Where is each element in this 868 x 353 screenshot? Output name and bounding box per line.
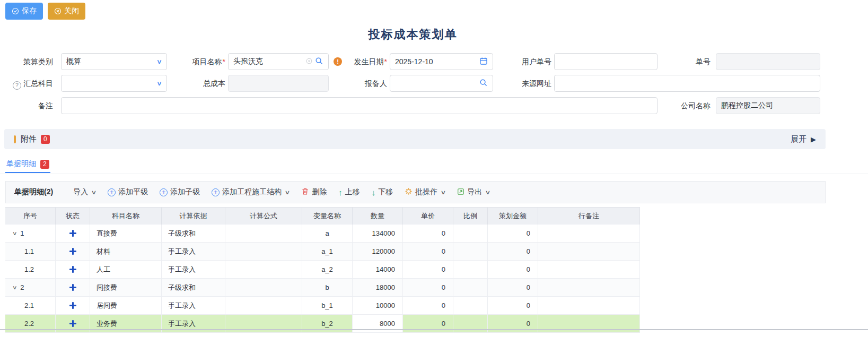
occur-date-input[interactable]: 2025-12-10 [390,53,493,70]
cell-status[interactable] [56,243,90,260]
table-row-2.1[interactable]: 2.1居间费手工录入b_11000000 [5,297,640,315]
cell-status[interactable] [56,279,90,296]
cell-row_note[interactable] [538,261,640,278]
cell-quantity[interactable]: 10000 [353,297,403,314]
cell-quantity[interactable]: 14000 [353,261,403,278]
calendar-icon[interactable] [479,57,488,67]
project-name-input[interactable]: 头孢沃克 [228,53,329,70]
cell-status[interactable] [56,297,90,314]
cell-ratio[interactable] [453,225,488,242]
cell-basis[interactable]: 手工录入 [162,243,225,260]
table-row-1.1[interactable]: 1.1材料手工录入a_112000000 [5,243,640,261]
cell-formula[interactable] [225,279,302,296]
plan-type-select[interactable]: 概算 ∨ [61,53,167,70]
move-up-label: 上移 [345,187,360,197]
cell-formula[interactable] [225,297,302,314]
cell-planned_amount[interactable]: 0 [488,279,538,296]
cell-ratio[interactable] [453,261,488,278]
import-button[interactable]: 导入 ∨ [73,187,96,197]
cell-unit_price[interactable]: 0 [403,225,453,242]
tab-detail[interactable]: 单据明细 2 [5,156,50,173]
delete-button[interactable]: 删除 [301,187,327,197]
cell-basis[interactable]: 子级求和 [162,225,225,242]
horizontal-scrollbar[interactable] [0,329,868,330]
cell-row_note[interactable] [538,279,640,296]
plus-icon[interactable] [69,302,76,309]
cell-basis[interactable]: 子级求和 [162,279,225,296]
plus-icon[interactable] [69,284,76,291]
move-up-button[interactable]: ↑ 上移 [338,187,360,197]
user-order-no-input[interactable] [554,53,657,70]
cell-quantity[interactable]: 120000 [353,243,403,260]
cell-status[interactable] [56,261,90,278]
company-name-value: 鹏程控股二公司 [721,101,815,110]
cell-seq[interactable]: ∨1 [5,225,56,242]
remark-input[interactable] [61,97,657,114]
clear-icon[interactable] [305,57,313,66]
cell-subject[interactable]: 间接费 [90,279,162,296]
table-row-1.2[interactable]: 1.2人工手工录入a_21400000 [5,261,640,279]
cell-variable[interactable]: b_1 [302,297,353,314]
chevron-down-icon[interactable]: ∨ [12,285,17,290]
reporter-input[interactable] [390,75,493,92]
cell-variable[interactable]: a_1 [302,243,353,260]
close-button[interactable]: 关闭 [48,3,85,20]
add-sibling-button[interactable]: + 添加平级 [108,187,148,197]
cell-subject[interactable]: 人工 [90,261,162,278]
cell-variable[interactable]: b [302,279,353,296]
plus-icon[interactable] [69,266,76,273]
batch-operation-button[interactable]: 批操作 ∨ [405,187,445,197]
cell-subject[interactable]: 材料 [90,243,162,260]
table-row-1[interactable]: ∨1直接费子级求和a13400000 [5,225,640,243]
cell-basis[interactable]: 手工录入 [162,297,225,314]
cell-ratio[interactable] [453,243,488,260]
cell-planned_amount[interactable]: 0 [488,261,538,278]
cell-seq[interactable]: ∨2 [5,279,56,296]
chevron-down-icon[interactable]: ∨ [12,230,17,236]
cell-formula[interactable] [225,243,302,260]
question-circle-icon[interactable]: ? [13,81,21,90]
cell-subject[interactable]: 直接费 [90,225,162,242]
cell-variable[interactable]: a [302,225,353,242]
cell-unit_price[interactable]: 0 [403,279,453,296]
cell-formula[interactable] [225,225,302,242]
plus-icon[interactable] [69,320,76,327]
cell-quantity[interactable]: 18000 [353,279,403,296]
cell-unit_price[interactable]: 0 [403,261,453,278]
cell-unit_price[interactable]: 0 [403,297,453,314]
export-button[interactable]: 导出 ∨ [457,187,490,197]
cell-seq[interactable]: 2.1 [5,297,56,314]
column-header-2: 科目名称 [90,208,162,225]
table-row-2[interactable]: ∨2间接费子级求和b1800000 [5,279,640,297]
cell-quantity[interactable]: 134000 [353,225,403,242]
cell-planned_amount[interactable]: 0 [488,243,538,260]
search-icon[interactable] [315,57,323,67]
cell-planned_amount[interactable]: 0 [488,225,538,242]
add-structure-button[interactable]: + 添加工程施工结构 ∨ [212,187,290,197]
chevron-down-icon: ∨ [156,58,162,65]
plus-icon[interactable] [69,230,76,237]
source-url-input[interactable] [554,75,820,92]
expand-button[interactable]: 展开 ▶ [791,134,816,144]
cell-subject[interactable]: 居间费 [90,297,162,314]
project-name-value: 头孢沃克 [233,57,303,66]
cell-seq[interactable]: 1.2 [5,261,56,278]
plus-icon[interactable] [69,248,76,255]
cell-row_note[interactable] [538,243,640,260]
cell-row_note[interactable] [538,297,640,314]
cell-formula[interactable] [225,261,302,278]
cell-status[interactable] [56,225,90,242]
cell-unit_price[interactable]: 0 [403,243,453,260]
cell-basis[interactable]: 手工录入 [162,261,225,278]
cell-ratio[interactable] [453,279,488,296]
save-button[interactable]: 保存 [5,3,43,20]
cell-ratio[interactable] [453,297,488,314]
cell-planned_amount[interactable]: 0 [488,297,538,314]
add-child-button[interactable]: + 添加子级 [160,187,200,197]
cell-row_note[interactable] [538,225,640,242]
summary-subject-select[interactable]: ∨ [61,75,167,92]
search-icon[interactable] [479,79,488,89]
cell-variable[interactable]: a_2 [302,261,353,278]
cell-seq[interactable]: 1.1 [5,243,56,260]
move-down-button[interactable]: ↓ 下移 [372,187,393,197]
